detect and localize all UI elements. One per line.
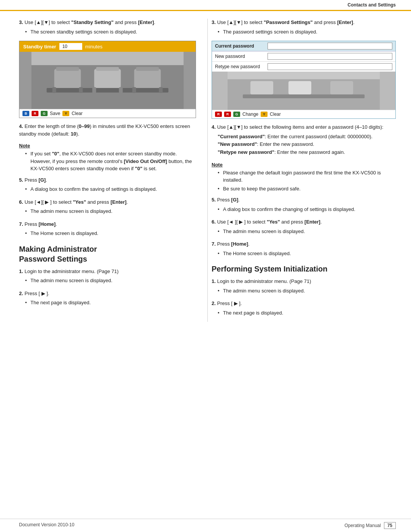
step4r-item1: "Current password": Enter the current pa… (218, 133, 396, 141)
fkey-save-label: Save (50, 111, 60, 116)
svg-rect-7 (96, 67, 119, 71)
footer: Document Version 2010-10 Operating Manua… (0, 519, 411, 532)
svg-rect-13 (159, 87, 163, 93)
step-5-right: 5. Press [G]. A dialog box to confirm th… (212, 196, 396, 213)
step3r-bullet: The password settings screen is displaye… (218, 28, 396, 36)
sys-step-2: 2. Press [ ▶ ]. The next page is display… (212, 300, 396, 316)
step3-left-bullet1: The screen standby settings screen is di… (25, 28, 196, 36)
pw-screen-image (212, 72, 395, 110)
footer-page-number: 75 (384, 522, 396, 529)
pw-fkey-g: G (233, 112, 240, 117)
right-column: 3. Use [▲][▼] to select "Password Settin… (207, 19, 396, 322)
svg-rect-12 (132, 87, 136, 93)
step5l-key: [G] (38, 177, 46, 183)
svg-rect-19 (330, 81, 353, 94)
pw-row-current: Current password (212, 41, 395, 51)
standby-timer-unit: minutes (85, 44, 103, 50)
pw-fkey-r1: R (215, 112, 222, 117)
pw-current-label: Current password (215, 43, 264, 49)
step4r-item3: "Retype new password": Enter the new pas… (218, 149, 396, 157)
pw-fkey-y: Y (261, 112, 268, 117)
svg-rect-4 (53, 87, 56, 93)
admin-step1-bullet: The admin menu screen is displayed. (25, 277, 196, 284)
svg-rect-10 (134, 69, 161, 88)
svg-rect-11 (136, 67, 159, 71)
svg-rect-1 (47, 88, 169, 93)
step-4-left: 4. Enter the length of time (0–99) in mi… (19, 123, 196, 137)
step-7-left: 7. Press [Home]. The Home screen is disp… (19, 220, 196, 237)
pw-fkey-clear-label: Clear (270, 112, 281, 117)
fkey-y-left: Y (62, 111, 69, 116)
note-left-title: Note (19, 143, 196, 149)
svg-rect-2 (54, 69, 81, 88)
admin-step-2: 2. Press [ ▶ ]. The next page is display… (19, 290, 196, 307)
step7l-bullet: The Home screen is displayed. (25, 230, 196, 237)
fkey-r-left: R (32, 111, 38, 116)
step5r-bullet: A dialog box to confirm the changing of … (218, 206, 396, 213)
pw-retype-field (268, 63, 392, 70)
note-right: Note Please change the default login pas… (212, 162, 396, 193)
step-5-left: 5. Press [G]. A dialog box to confirm th… (19, 176, 196, 193)
pw-new-label: New password (215, 54, 264, 59)
step-3-right: 3. Use [▲][▼] to select "Password Settin… (212, 19, 396, 35)
svg-rect-18 (288, 81, 311, 94)
admin-step-1: 1. Login to the administrator menu. (Pag… (19, 268, 196, 284)
step-6-right: 6. Use [◄ ][ ▶ ] to select "Yes" and pre… (212, 218, 396, 235)
sys-step1-bullet: The admin menu screen is displayed. (218, 287, 396, 295)
note-right-title: Note (212, 162, 396, 168)
enter-key-label: [Enter] (138, 19, 154, 25)
pw-fkey-r2: R (224, 112, 231, 117)
fkey-b-left: B (22, 111, 29, 116)
pw-row-new: New password (212, 51, 395, 62)
svg-rect-14 (32, 52, 184, 65)
svg-rect-5 (79, 87, 83, 93)
note-left-bullet1: If you set "0", the KX-VC500 does not en… (25, 150, 196, 173)
sys-step-1: 1. Login to the administrator menu. (Pag… (212, 278, 396, 294)
standby-timer-label: Standby timer (23, 44, 56, 50)
standby-screen-image (19, 52, 196, 109)
step-6-left: 6. Use [◄][ ▶ ] to select "Yes" and pres… (19, 198, 196, 215)
pw-current-field (268, 43, 392, 50)
top-bar: Contacts and Settings (0, 0, 411, 11)
fkey-clear-label: Clear (72, 111, 83, 116)
step-num-3l: 3. (19, 19, 23, 25)
pw-retype-label: Retype new password (215, 64, 264, 69)
footer-manual-label: Operating Manual (344, 523, 381, 528)
svg-rect-8 (92, 87, 96, 93)
section-title: Contacts and Settings (347, 2, 396, 8)
pw-fkey-change-label: Change (242, 112, 258, 117)
pw-fkey-bar: R R G Change Y Clear (212, 110, 395, 118)
step-4-right: 4. Use [▲][▼] to select the following it… (212, 123, 396, 157)
standby-setting-label: "Standby Setting" (71, 19, 113, 25)
pw-row-retype: Retype new password (212, 62, 395, 72)
standby-timer-row: Standby timer 10 minutes (19, 41, 196, 52)
svg-rect-9 (119, 87, 123, 93)
step-7-right: 7. Press [Home]. The Home screen is disp… (212, 240, 396, 257)
svg-rect-6 (94, 69, 121, 88)
pw-new-field (268, 53, 392, 60)
note-right-bullet1: Please change the default login password… (218, 169, 396, 184)
admin-password-section-heading: Making Administrator Password Settings (19, 244, 196, 264)
note-left: Note If you set "0", the KX-VC500 does n… (19, 143, 196, 173)
sys-step2-bullet: The next page is displayed. (218, 309, 396, 317)
svg-rect-16 (243, 94, 365, 98)
step-3-left: 3. Use [▲][▼] to select "Standby Setting… (19, 19, 196, 35)
admin-step2-bullet: The next page is displayed. (25, 299, 196, 307)
step5l-bullet: A dialog box to confirm the saving of se… (25, 185, 196, 193)
footer-page-info: Operating Manual 75 (344, 522, 396, 529)
standby-screen-mockup: Standby timer 10 minutes (19, 41, 196, 118)
step7r-bullet: The Home screen is displayed. (218, 250, 396, 257)
step6r-bullet: The admin menu screen is displayed. (218, 228, 396, 235)
standby-timer-value: 10 (59, 43, 82, 50)
svg-rect-20 (228, 72, 380, 79)
password-screen-mockup: Current password New password Retype new… (212, 41, 396, 119)
step4r-item2: "New password": Enter the new password. (218, 141, 396, 149)
fkey-g-left: G (41, 111, 48, 116)
footer-doc-version: Document Version 2010-10 (19, 522, 74, 529)
svg-rect-17 (250, 81, 273, 94)
note-right-bullet2: Be sure to keep the password safe. (218, 185, 396, 193)
step4r-items: "Current password": Enter the current pa… (218, 133, 396, 157)
svg-rect-3 (56, 67, 79, 71)
system-init-section-heading: Performing System Initialization (212, 264, 396, 274)
step6l-bullet: The admin menu screen is displayed. (25, 208, 196, 215)
